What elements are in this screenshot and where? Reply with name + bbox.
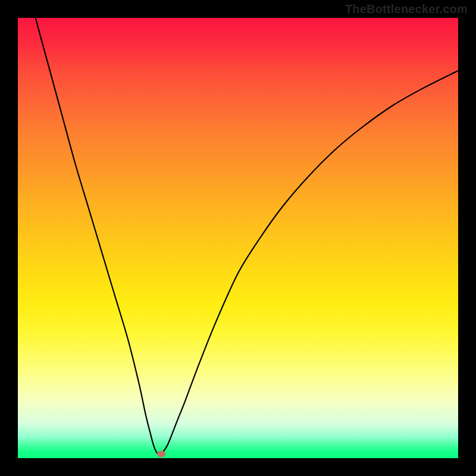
chart-background-gradient (18, 18, 458, 458)
watermark-text: TheBottlenecker.com (345, 2, 468, 16)
chart-area (18, 18, 458, 458)
optimal-point-marker (157, 450, 165, 457)
